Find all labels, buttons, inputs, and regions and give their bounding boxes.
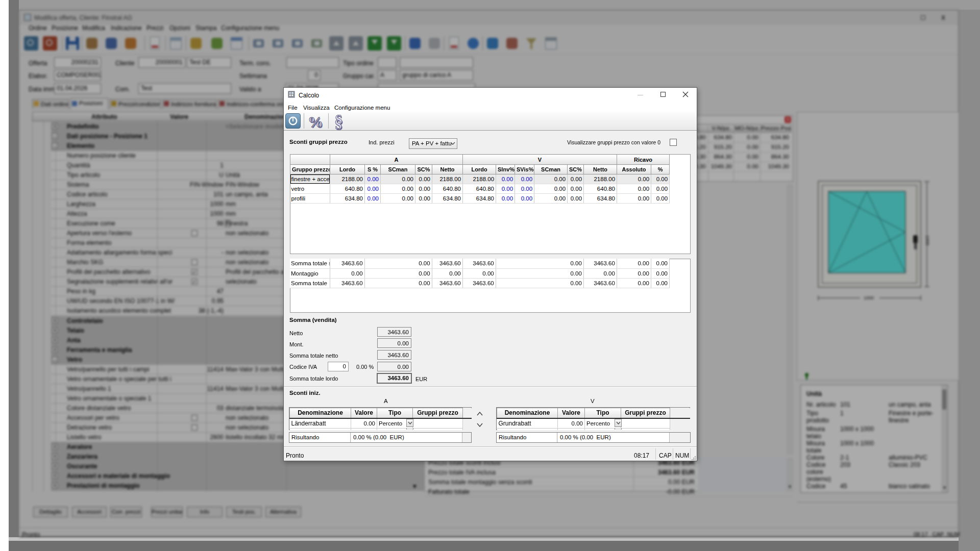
- svg-text:1000: 1000: [864, 295, 874, 300]
- svg-text:1000: 1000: [925, 235, 930, 245]
- svg-text:%: %: [308, 113, 323, 130]
- svg-text:§: §: [334, 112, 343, 131]
